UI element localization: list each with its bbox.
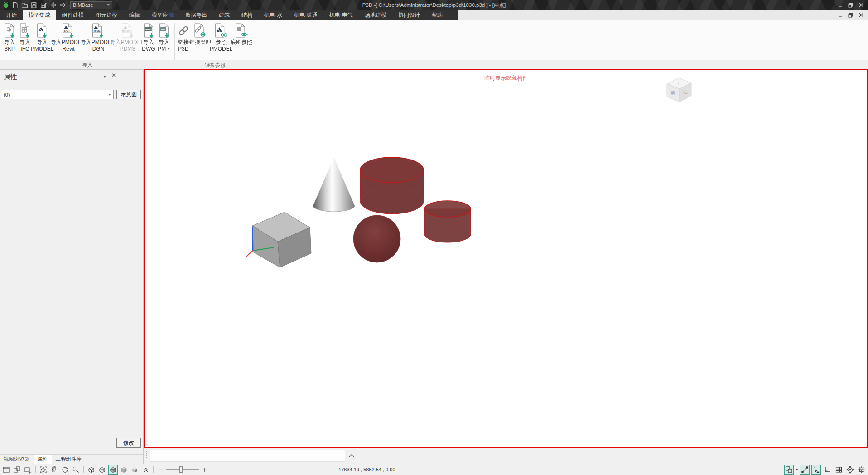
button-label: 导入 xyxy=(4,39,15,46)
panel-menu-caret-icon[interactable] xyxy=(103,76,106,78)
redo-icon[interactable] xyxy=(59,1,67,9)
element-type-value: (0) xyxy=(4,92,108,97)
sphere-shape[interactable] xyxy=(353,215,400,262)
base-drawing-reference-button[interactable]: 底图参照 xyxy=(231,22,252,46)
button-label2: -PDMS xyxy=(118,46,136,53)
cone-shape[interactable] xyxy=(313,157,355,212)
button-label: 底图参照 xyxy=(231,39,252,46)
tab-jianzhu[interactable]: 建筑 xyxy=(213,10,236,20)
import-dwg-button[interactable]: DWG 导入 DWG xyxy=(142,22,155,53)
ortho-mode-icon[interactable] xyxy=(823,465,832,475)
modify-button[interactable]: 修改 xyxy=(116,438,141,448)
tab-tuyuanjianmo[interactable]: 图元建模 xyxy=(90,10,123,20)
link-manage-button[interactable]: 链接管理 xyxy=(189,22,211,46)
panel-close-icon[interactable]: ✕ xyxy=(110,72,117,79)
import-pmodel-revit-button[interactable]: RVT 导入PMODEL -Revit xyxy=(51,22,85,53)
save-as-icon[interactable] xyxy=(40,1,48,9)
doc-close-button[interactable] xyxy=(856,11,866,19)
tab-moxingjicheng[interactable]: 模型集成 xyxy=(23,10,56,20)
zoom-fit-icon[interactable] xyxy=(39,465,48,475)
pan-hand-icon[interactable] xyxy=(49,465,59,475)
orbit-icon[interactable] xyxy=(60,465,70,475)
tab-xietongsheji[interactable]: 协同设计 xyxy=(392,10,426,20)
command-input-area[interactable] xyxy=(150,450,345,462)
zoom-in-icon[interactable] xyxy=(202,467,207,472)
doc-restore-button[interactable] xyxy=(845,11,856,19)
link-p3d-icon xyxy=(177,22,190,39)
drag-handle-icon[interactable] xyxy=(146,451,147,458)
doc-minimize-button[interactable] xyxy=(835,11,845,19)
collapse-command-bar-button[interactable] xyxy=(346,450,357,462)
zoom-slider-track[interactable] xyxy=(166,469,199,470)
ribbon-tab-bar: 开始 模型集成 组件建模 图元建模 编辑 模型应用 数据导出 建筑 结构 机电-… xyxy=(0,10,868,20)
open-file-icon[interactable] xyxy=(21,1,29,9)
cursor-coordinates: -17634.19 , 5852.54 , 0.00 xyxy=(316,464,416,475)
schematic-button[interactable]: 示意图 xyxy=(116,90,141,99)
tab-view-browser[interactable]: 视图浏览器 xyxy=(0,455,34,464)
x-axis-line xyxy=(246,251,253,257)
scene-3d[interactable]: 上 前 右 xyxy=(145,70,867,447)
reference-pmodel-button[interactable]: 参照 PMODEL xyxy=(210,22,233,53)
import-pmodel-dgn-button[interactable]: DGN 导入PMODEL -DGN xyxy=(81,22,115,53)
zoom-slider[interactable] xyxy=(158,467,207,472)
display-shaded-edges-icon[interactable] xyxy=(108,465,118,475)
chevron-down-icon xyxy=(108,94,111,96)
zoom-slider-thumb[interactable] xyxy=(179,466,183,473)
button-label2: P3D xyxy=(178,46,188,53)
restore-button[interactable] xyxy=(845,1,856,9)
tab-kaishi[interactable]: 开始 xyxy=(0,10,23,20)
title-bar: BIMBase P3D -[ C:\Users\Administrator\De… xyxy=(0,0,868,10)
tab-properties[interactable]: 属性 xyxy=(34,455,52,464)
angle-snap-icon[interactable] xyxy=(811,465,821,475)
toolbar-separator xyxy=(83,466,84,473)
model-viewport[interactable]: 上 前 右 临时显示隐藏构件 xyxy=(144,69,868,448)
settings-gear-icon[interactable] xyxy=(857,465,866,475)
tab-moxingyingyong[interactable]: 模型应用 xyxy=(146,10,179,20)
workspace-dropdown[interactable]: BIMBase xyxy=(70,1,112,9)
tab-jidian-dianqi[interactable]: 机电-电气 xyxy=(323,10,359,20)
chevron-down-icon xyxy=(107,4,110,6)
expand-display-options-icon[interactable] xyxy=(141,465,150,475)
display-wireframe-icon[interactable] xyxy=(87,465,96,475)
zoom-magnifier-icon[interactable] xyxy=(71,465,81,475)
new-view-window-icon[interactable] xyxy=(1,465,11,475)
line-snap-icon[interactable] xyxy=(800,465,810,475)
display-shaded-icon[interactable] xyxy=(119,465,129,475)
tab-bangzhu[interactable]: 帮助 xyxy=(426,10,448,20)
tab-bianji[interactable]: 编辑 xyxy=(123,10,146,20)
import-pm-button[interactable]: PM 导入 PM xyxy=(158,22,170,53)
grid-icon[interactable] xyxy=(834,465,844,475)
large-cylinder-shape[interactable] xyxy=(360,157,424,214)
zoom-out-icon[interactable] xyxy=(158,467,163,472)
tab-component-library[interactable]: 工程组件库 xyxy=(52,455,86,464)
save-icon[interactable] xyxy=(30,1,38,9)
small-cylinder-shape[interactable] xyxy=(424,201,471,242)
link-p3d-button[interactable]: 链接 P3D xyxy=(177,22,190,53)
svg-text:PDMS: PDMS xyxy=(123,30,131,33)
new-file-icon[interactable] xyxy=(11,1,19,9)
tab-jidian-nuantong[interactable]: 机电-暖通 xyxy=(288,10,323,20)
tab-jiegou[interactable]: 结构 xyxy=(236,10,258,20)
import-skp-icon xyxy=(4,22,15,39)
undo-icon[interactable] xyxy=(49,1,57,9)
tab-jidian-shui[interactable]: 机电-水 xyxy=(258,10,288,20)
display-solid-icon[interactable] xyxy=(130,465,140,475)
tab-zujianjianmo[interactable]: 组件建模 xyxy=(56,10,90,20)
snap-options-caret-icon[interactable] xyxy=(796,469,798,470)
import-ifc-button[interactable]: 导入 IFC xyxy=(19,22,31,53)
display-hidden-line-icon[interactable] xyxy=(97,465,107,475)
button-label: 导入 xyxy=(159,39,169,46)
element-type-selector[interactable]: (0) xyxy=(1,90,114,99)
tile-windows-icon[interactable] xyxy=(12,465,22,475)
move-gizmo-icon[interactable] xyxy=(845,465,855,475)
button-label2: -Revit xyxy=(60,46,74,53)
cube-shape[interactable] xyxy=(252,212,311,267)
properties-panel-title: 属性 xyxy=(4,73,17,82)
close-button[interactable] xyxy=(856,1,866,9)
minimize-button[interactable] xyxy=(835,1,845,9)
import-skp-button[interactable]: 导入 SKP xyxy=(4,22,15,53)
tab-changdijianmo[interactable]: 场地建模 xyxy=(359,10,392,20)
tab-shujudaochu[interactable]: 数据导出 xyxy=(179,10,213,20)
add-window-icon[interactable] xyxy=(23,465,33,475)
object-snap-icon[interactable] xyxy=(784,465,794,475)
